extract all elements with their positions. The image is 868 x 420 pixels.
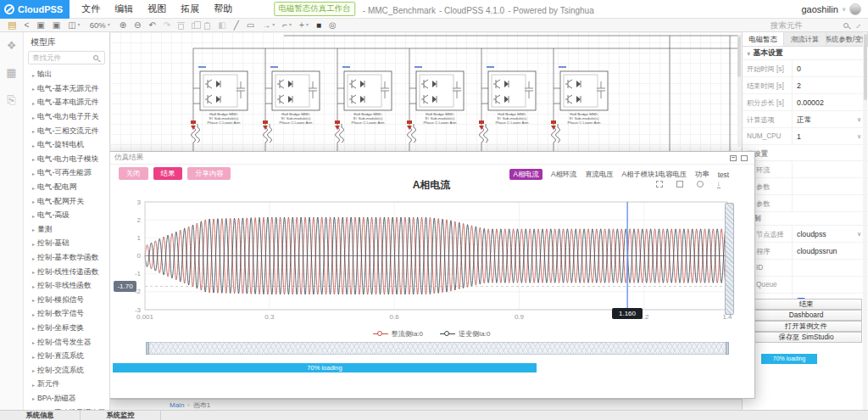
- add-icon[interactable]: +▾: [299, 19, 309, 31]
- save-icon[interactable]: ▣: [36, 19, 44, 31]
- canvas-tab-main[interactable]: Main: [170, 401, 184, 409]
- y-zoom-slider[interactable]: [725, 203, 734, 315]
- sidebar-category[interactable]: ▸ 控制-坐标变换: [24, 322, 109, 336]
- param-value[interactable]: 1: [797, 132, 801, 141]
- legend-item[interactable]: 整流侧Ia:0: [373, 329, 423, 339]
- copy-icon[interactable]: [192, 21, 197, 29]
- occluded-section-header-2[interactable]: 控制: [743, 212, 868, 226]
- fill-icon[interactable]: ◧: [218, 19, 225, 31]
- param-value[interactable]: cloudpssrun: [797, 247, 837, 255]
- settings-tab[interactable]: 潮流计算: [784, 32, 826, 46]
- zoom-out-icon[interactable]: ⊖: [134, 19, 141, 31]
- param-value[interactable]: 正常: [797, 115, 812, 126]
- menu-item[interactable]: 编辑: [114, 3, 133, 15]
- components-icon[interactable]: ❖: [7, 39, 17, 52]
- arrow-icon[interactable]: →▾: [262, 19, 275, 31]
- zoom-in-icon[interactable]: ⊕: [120, 19, 126, 31]
- sidebar-category[interactable]: ▸ 电气-配网开关: [24, 194, 109, 209]
- sidebar-category[interactable]: ▸ 控制-线性传递函数: [24, 265, 109, 279]
- sidebar-category[interactable]: ▸ 新元件: [24, 378, 109, 392]
- paste-icon[interactable]: [204, 21, 210, 30]
- panel-button[interactable]: Dashboard: [750, 310, 862, 321]
- reset-zoom-icon[interactable]: [676, 181, 683, 188]
- redo-icon[interactable]: ↷: [164, 19, 170, 31]
- filter-input[interactable]: [32, 53, 92, 62]
- menu-item[interactable]: 拓展: [181, 3, 199, 15]
- sidebar-category[interactable]: ▸ 控制-直流系统: [24, 350, 109, 364]
- status-tab[interactable]: 系统信息: [0, 411, 81, 420]
- user-menu[interactable]: gaoshilin ∨: [801, 3, 861, 15]
- maximize-icon[interactable]: [741, 155, 748, 161]
- share-icon[interactable]: <: [24, 19, 29, 31]
- sidebar-category[interactable]: ▸ 控制-基础: [24, 237, 109, 251]
- lasso-icon[interactable]: [697, 181, 704, 188]
- sidebar-category[interactable]: ▸ 电气-基本电源元件: [24, 96, 109, 110]
- documents-icon[interactable]: ⎘: [7, 93, 15, 107]
- box-zoom-icon[interactable]: [656, 181, 663, 188]
- restore-icon[interactable]: [730, 155, 737, 161]
- sidebar-category[interactable]: ▸ 量测: [24, 223, 109, 238]
- occluded-section-header-1[interactable]: 器设置: [743, 148, 868, 161]
- param-row: 积分步长 [s] 0.00002 ∨: [743, 94, 868, 111]
- chart-plot[interactable]: 3210-1-2-30.0010.30.60.91.21.4: [125, 194, 740, 326]
- delete-icon[interactable]: [178, 21, 184, 30]
- sidebar-category[interactable]: ▸ 控制-数字信号: [24, 307, 109, 322]
- library-icon[interactable]: ▤: [8, 19, 16, 31]
- menu-item[interactable]: 帮助: [214, 3, 232, 15]
- navigator-left-handle[interactable]: [146, 342, 149, 355]
- sidebar-category[interactable]: ▸ 电气-三相交流元件: [24, 124, 109, 138]
- expand-icon[interactable]: ↔: [852, 20, 863, 31]
- sidebar-category[interactable]: ▸ 电气-配电网: [24, 181, 109, 195]
- panel-button[interactable]: 结束: [750, 299, 862, 310]
- legend-item[interactable]: 逆变侧Ia:0: [440, 329, 490, 339]
- sidebar-category[interactable]: ▸ 电气-高级: [24, 209, 109, 223]
- canvas-tab-sheet[interactable]: 画布1: [193, 400, 210, 410]
- sidebar-category[interactable]: ▸ 电气-可再生能源: [24, 166, 109, 181]
- sidebar-category[interactable]: ▸ 电气-电力电子模块: [24, 153, 109, 167]
- settings-tab[interactable]: 电磁暂态: [743, 32, 784, 46]
- param-value[interactable]: 0.00002: [797, 98, 824, 107]
- sidebar-category[interactable]: ▸ 控制-信号发生器: [24, 335, 109, 350]
- download-icon[interactable]: ↓: [717, 180, 721, 188]
- param-value[interactable]: 0: [797, 64, 801, 73]
- canvas-scrollbar[interactable]: [737, 35, 741, 147]
- panel-scrollbar[interactable]: [863, 32, 867, 410]
- status-tab[interactable]: 系统监控: [81, 411, 161, 420]
- panel-button[interactable]: 打开算例文件: [750, 321, 862, 332]
- panel-button[interactable]: 保存至 SimStudio: [750, 332, 862, 343]
- sidebar-category[interactable]: ▸ 控制-基本数学函数: [24, 251, 109, 266]
- x-range-navigator[interactable]: [147, 342, 728, 355]
- navigator-right-handle[interactable]: [726, 342, 729, 355]
- search-input[interactable]: [771, 20, 838, 30]
- wire-icon[interactable]: ⌐▾: [282, 19, 292, 31]
- param-value[interactable]: cloudpss: [797, 230, 826, 238]
- sidebar-category[interactable]: ▸ 控制-交流系统: [24, 363, 109, 378]
- zoom-level-select[interactable]: 60%▾: [90, 19, 110, 31]
- save-as-icon[interactable]: ▣: [53, 19, 60, 31]
- sidebar-category[interactable]: ▸ BPA-励磁器: [24, 392, 109, 406]
- search-icon[interactable]: [843, 23, 849, 28]
- menu-item[interactable]: 文件: [81, 3, 100, 15]
- stop-icon[interactable]: ■: [316, 19, 321, 31]
- rectangle-icon[interactable]: ▭: [247, 19, 254, 31]
- param-value[interactable]: 2: [797, 81, 801, 90]
- basic-settings-header[interactable]: ∨ 基本设置: [743, 47, 868, 60]
- layout-icon[interactable]: ◫▾: [68, 19, 80, 31]
- about-icon[interactable]: ◎: [329, 19, 337, 31]
- expand-arrow-icon: ▸: [32, 283, 35, 289]
- line-icon[interactable]: ╱: [234, 19, 239, 31]
- sidebar-category[interactable]: ▸ 控制-非线性函数: [24, 279, 109, 294]
- undo-icon[interactable]: ↶: [148, 19, 155, 31]
- sidebar-category[interactable]: ▸ 电气-旋转电机: [24, 138, 109, 153]
- dialog-title-bar[interactable]: 仿真结果: [108, 152, 754, 165]
- cloudpss-logo[interactable]: CloudPSS: [0, 0, 70, 19]
- result-tab[interactable]: test: [718, 171, 729, 179]
- sidebar-category[interactable]: ▸ 控制-模拟信号: [24, 294, 109, 308]
- menu-item[interactable]: 视图: [147, 3, 166, 15]
- sidebar-category[interactable]: ▸ 电气-基本无源元件: [24, 82, 109, 97]
- settings-tab[interactable]: 系统参数/变量: [826, 32, 868, 46]
- status-bar: 系统信息系统监控: [0, 410, 868, 420]
- sidebar-category[interactable]: ▸ 电气-电力电子开关: [24, 110, 109, 125]
- layers-icon[interactable]: ▦: [6, 66, 16, 79]
- sidebar-category[interactable]: ▸ 输出: [24, 68, 109, 82]
